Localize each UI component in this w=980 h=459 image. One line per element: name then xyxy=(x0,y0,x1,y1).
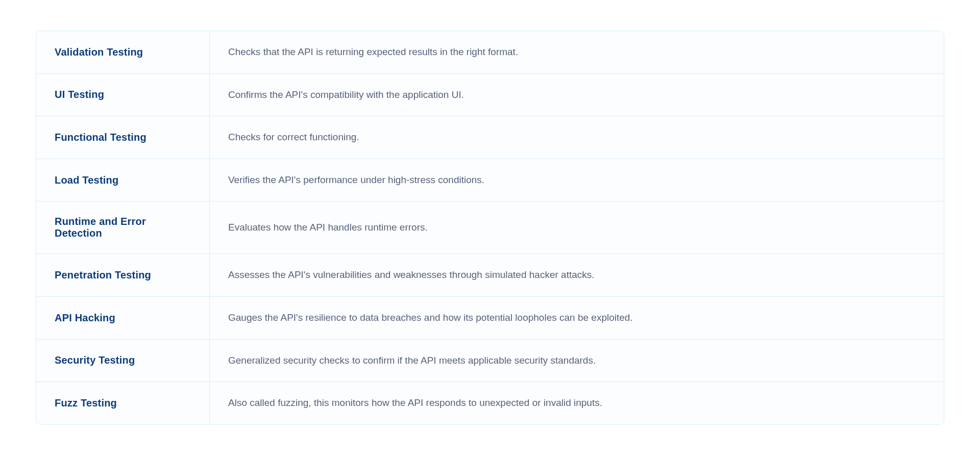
term-cell: Security Testing xyxy=(36,340,210,382)
description-cell: Checks that the API is returning expecte… xyxy=(210,31,944,73)
description-text: Gauges the API's resilience to data brea… xyxy=(228,311,633,325)
term-label: Security Testing xyxy=(55,354,135,366)
table-row: API Hacking Gauges the API's resilience … xyxy=(36,297,944,340)
description-text: Verifies the API's performance under hig… xyxy=(228,173,484,187)
table-row: Functional Testing Checks for correct fu… xyxy=(36,116,944,159)
term-label: Load Testing xyxy=(55,174,118,186)
description-cell: Also called fuzzing, this monitors how t… xyxy=(210,382,944,424)
description-text: Checks for correct functioning. xyxy=(228,131,359,144)
term-label: Penetration Testing xyxy=(55,269,151,281)
term-cell: UI Testing xyxy=(36,74,210,116)
term-cell: Penetration Testing xyxy=(36,254,210,296)
description-text: Generalized security checks to confirm i… xyxy=(228,354,596,368)
description-text: Assesses the API's vulnerabilities and w… xyxy=(228,268,595,282)
table-row: Validation Testing Checks that the API i… xyxy=(36,31,944,74)
description-text: Confirms the API's compatibility with th… xyxy=(228,88,464,102)
description-cell: Gauges the API's resilience to data brea… xyxy=(210,297,944,339)
term-label: API Hacking xyxy=(55,312,115,324)
term-label: UI Testing xyxy=(55,89,104,100)
term-cell: Fuzz Testing xyxy=(36,382,210,424)
description-cell: Assesses the API's vulnerabilities and w… xyxy=(210,254,944,296)
table-row: Runtime and Error Detection Evaluates ho… xyxy=(36,201,944,254)
table-row: UI Testing Confirms the API's compatibil… xyxy=(36,74,944,117)
table-row: Penetration Testing Assesses the API's v… xyxy=(36,254,944,297)
table-row: Load Testing Verifies the API's performa… xyxy=(36,159,944,202)
description-text: Also called fuzzing, this monitors how t… xyxy=(228,396,602,410)
description-cell: Evaluates how the API handles runtime er… xyxy=(210,201,944,253)
term-cell: Functional Testing xyxy=(36,116,210,159)
term-label: Fuzz Testing xyxy=(55,397,117,409)
term-label: Runtime and Error Detection xyxy=(55,216,194,239)
description-cell: Confirms the API's compatibility with th… xyxy=(210,74,944,116)
description-cell: Checks for correct functioning. xyxy=(210,116,944,159)
description-cell: Verifies the API's performance under hig… xyxy=(210,159,944,201)
description-cell: Generalized security checks to confirm i… xyxy=(210,340,944,382)
testing-types-table: Validation Testing Checks that the API i… xyxy=(36,31,944,425)
term-cell: Validation Testing xyxy=(36,31,210,73)
table-row: Fuzz Testing Also called fuzzing, this m… xyxy=(36,382,944,424)
term-label: Functional Testing xyxy=(55,132,146,143)
term-cell: Load Testing xyxy=(36,159,210,201)
description-text: Evaluates how the API handles runtime er… xyxy=(228,221,428,235)
table-row: Security Testing Generalized security ch… xyxy=(36,340,944,382)
term-cell: Runtime and Error Detection xyxy=(36,201,210,253)
term-label: Validation Testing xyxy=(55,46,143,58)
description-text: Checks that the API is returning expecte… xyxy=(228,45,518,59)
term-cell: API Hacking xyxy=(36,297,210,339)
